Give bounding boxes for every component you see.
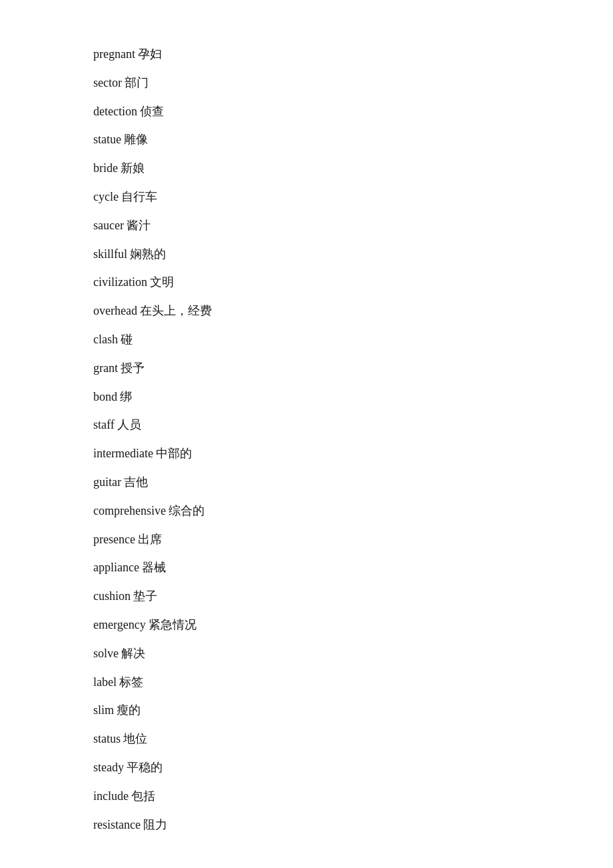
word-chinese: 人员 [117, 418, 141, 431]
word-english: guitar [93, 475, 121, 489]
word-english: bond [93, 390, 117, 403]
word-english: emergency [93, 618, 146, 631]
list-item: statue雕像 [93, 125, 613, 154]
list-item: comprehensive综合的 [93, 497, 613, 525]
list-item: solve解决 [93, 639, 613, 668]
list-item: clash碰 [93, 325, 613, 354]
list-item: skillful娴熟的 [93, 240, 613, 269]
word-chinese: 平稳的 [127, 761, 163, 774]
word-chinese: 解决 [121, 647, 145, 660]
word-english: status [93, 732, 121, 745]
word-chinese: 包括 [131, 789, 155, 803]
word-english: staff [93, 418, 115, 431]
word-chinese: 紧急情况 [149, 618, 197, 631]
word-chinese: 文明 [150, 275, 174, 289]
word-chinese: 在头上，经费 [140, 304, 212, 317]
list-item: status地位 [93, 725, 613, 753]
word-english: slim [93, 703, 114, 717]
word-chinese: 授予 [121, 361, 145, 375]
word-chinese: 瘦的 [117, 703, 141, 717]
list-item: bond绑 [93, 383, 613, 411]
word-chinese: 酱汁 [127, 219, 151, 232]
word-chinese: 器械 [142, 561, 166, 574]
word-english: sector [93, 76, 122, 89]
word-list: pregnant孕妇sector部门detection侦查statue雕像bri… [0, 0, 613, 868]
word-english: clash [93, 333, 118, 346]
list-item: steady平稳的 [93, 753, 613, 782]
word-chinese: 自行车 [121, 190, 157, 203]
list-item: label标签 [93, 668, 613, 697]
list-item: grant授予 [93, 354, 613, 383]
list-item: guitar吉他 [93, 468, 613, 497]
word-chinese: 垫子 [133, 589, 157, 603]
list-item: bride新娘 [93, 154, 613, 183]
word-chinese: 中部的 [156, 447, 192, 460]
list-item: resistance阻力 [93, 811, 613, 839]
word-chinese: 孕妇 [138, 47, 162, 61]
word-chinese: 部门 [125, 76, 149, 89]
word-english: include [93, 789, 129, 803]
word-english: statue [93, 133, 121, 146]
word-chinese: 综合的 [169, 504, 205, 517]
word-english: cycle [93, 190, 119, 203]
word-chinese: 绑 [120, 390, 132, 403]
word-chinese: 雕像 [124, 133, 148, 146]
list-item: slim瘦的 [93, 696, 613, 725]
list-item: intermediate中部的 [93, 439, 613, 468]
word-chinese: 碰 [121, 333, 133, 346]
word-chinese: 地位 [123, 732, 147, 745]
word-english: cushion [93, 589, 131, 603]
word-english: label [93, 675, 117, 689]
word-chinese: 阻力 [143, 818, 167, 831]
word-english: steady [93, 761, 124, 774]
word-english: bride [93, 161, 118, 175]
list-item: presence出席 [93, 525, 613, 554]
list-item: detection侦查 [93, 97, 613, 126]
list-item: saucer酱汁 [93, 211, 613, 240]
word-english: overhead [93, 304, 137, 317]
word-chinese: 标签 [119, 675, 143, 689]
list-item: emergency紧急情况 [93, 611, 613, 639]
list-item: cushion垫子 [93, 582, 613, 611]
word-english: solve [93, 647, 119, 660]
word-english: resistance [93, 818, 141, 831]
list-item: overhead在头上，经费 [93, 297, 613, 325]
list-item: include包括 [93, 782, 613, 811]
word-english: grant [93, 361, 118, 375]
word-chinese: 娴熟的 [130, 247, 166, 261]
word-english: saucer [93, 219, 124, 232]
word-english: intermediate [93, 447, 153, 460]
list-item: sector部门 [93, 69, 613, 97]
word-english: comprehensive [93, 504, 166, 517]
word-english: civilization [93, 275, 147, 289]
list-item: staff人员 [93, 411, 613, 439]
word-chinese: 新娘 [121, 161, 145, 175]
list-item: civilization文明 [93, 268, 613, 297]
word-english: presence [93, 533, 135, 546]
word-english: pregnant [93, 47, 135, 61]
list-item: appliance器械 [93, 553, 613, 582]
word-chinese: 出席 [138, 533, 162, 546]
word-chinese: 侦查 [140, 105, 164, 118]
word-english: appliance [93, 561, 139, 574]
list-item: cycle自行车 [93, 183, 613, 211]
list-item: pregnant孕妇 [93, 40, 613, 69]
word-english: detection [93, 105, 137, 118]
word-english: skillful [93, 247, 127, 261]
word-chinese: 吉他 [124, 475, 148, 489]
